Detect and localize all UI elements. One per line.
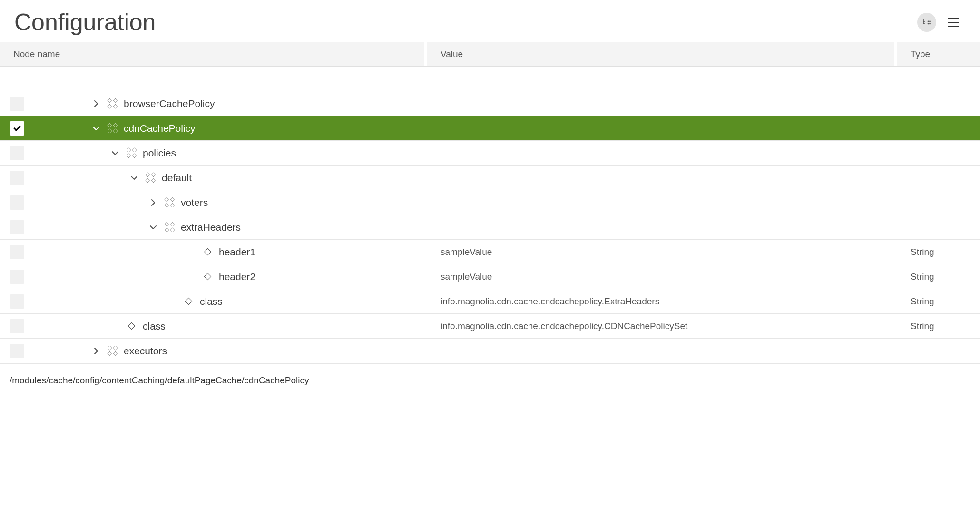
property-icon [182,299,195,304]
cell-type [897,339,980,363]
cell-value [427,190,897,214]
node-label: policies [143,147,176,159]
chevron-down-icon[interactable] [91,126,101,131]
row-checkbox[interactable] [10,146,24,160]
table-header-row: Node name Value Type [0,42,980,67]
cell-type [897,190,980,214]
node-icon [144,173,157,183]
tree-row-cdn-class[interactable]: classinfo.magnolia.cdn.cache.cndcachepol… [0,314,980,339]
tree-row-default[interactable]: default [0,166,980,190]
cell-type [897,166,980,190]
cell-value [427,166,897,190]
node-icon [106,346,119,356]
row-checkbox[interactable] [10,294,24,309]
chevron-down-icon[interactable] [148,224,158,230]
cell-type: String [897,264,980,289]
cell-value [427,91,897,116]
node-label: class [143,321,166,332]
row-checkbox[interactable] [10,245,24,259]
cell-type: String [897,289,980,313]
tree-row-policies[interactable]: policies [0,141,980,166]
chevron-down-icon[interactable] [110,150,120,156]
page-title: Configuration [14,9,917,36]
cell-type: String [897,314,980,338]
cell-value [427,141,897,165]
cell-value: info.magnolia.cdn.cache.cndcachepolicy.C… [427,314,897,338]
checkmark-icon [13,124,21,131]
tree-view-button[interactable] [917,13,936,32]
node-label: class [200,296,223,307]
node-label: extraHeaders [181,222,241,233]
cell-type: String [897,240,980,264]
tree-row-cdnCachePolicy[interactable]: cdnCachePolicy [0,116,980,141]
row-checkbox[interactable] [10,171,24,185]
node-label: default [162,172,192,184]
cell-type [897,215,980,239]
row-checkbox[interactable] [10,220,24,234]
node-label: browserCachePolicy [124,98,215,109]
node-label: voters [181,197,208,208]
node-icon [125,148,138,158]
node-icon [163,197,176,207]
cell-value [427,116,897,140]
cell-value [427,339,897,363]
node-icon [163,222,176,232]
cell-value: sampleValue [427,264,897,289]
tree-row-executors[interactable]: executors [0,339,980,363]
row-checkbox[interactable] [10,195,24,210]
column-header-type[interactable]: Type [897,42,980,66]
row-checkbox[interactable] [10,344,24,358]
svg-point-1 [930,21,930,21]
column-header-value[interactable]: Value [427,42,897,66]
row-checkbox[interactable] [10,319,24,333]
svg-point-2 [928,23,928,24]
node-icon [106,123,119,133]
property-icon [201,274,214,279]
config-tree-table: Node name Value Type browserCachePolicyc… [0,42,980,363]
tree-row-extraHeaders[interactable]: extraHeaders [0,215,980,240]
chevron-right-icon[interactable] [91,100,101,107]
property-icon [201,249,214,254]
row-checkbox[interactable] [10,270,24,284]
chevron-right-icon[interactable] [148,199,158,206]
node-label: header2 [219,271,255,283]
svg-point-3 [930,23,930,24]
node-label: header1 [219,246,255,258]
chevron-down-icon[interactable] [129,175,139,181]
cell-value: sampleValue [427,240,897,264]
svg-point-0 [928,21,928,21]
node-label: cdnCachePolicy [124,123,196,134]
row-checkbox[interactable] [10,97,24,111]
cell-value: info.magnolia.cdn.cache.cndcachepolicy.E… [427,289,897,313]
node-icon [106,98,119,108]
cell-value [427,215,897,239]
tree-row-header2[interactable]: header2sampleValueString [0,264,980,289]
cell-type [897,91,980,116]
cell-type [897,141,980,165]
tree-row-browserCachePolicy[interactable]: browserCachePolicy [0,91,980,116]
cell-type [897,116,980,140]
hamburger-menu-icon[interactable] [946,15,961,30]
tree-row-header1[interactable]: header1sampleValueString [0,240,980,264]
chevron-right-icon[interactable] [91,347,101,355]
tree-row-extra-class[interactable]: classinfo.magnolia.cdn.cache.cndcachepol… [0,289,980,314]
node-label: executors [124,345,167,357]
tree-row-voters[interactable]: voters [0,190,980,215]
row-checkbox[interactable] [10,121,24,136]
property-icon [125,323,138,329]
column-header-name[interactable]: Node name [0,42,427,66]
status-bar-path: /modules/cache/config/contentCaching/def… [0,363,980,395]
